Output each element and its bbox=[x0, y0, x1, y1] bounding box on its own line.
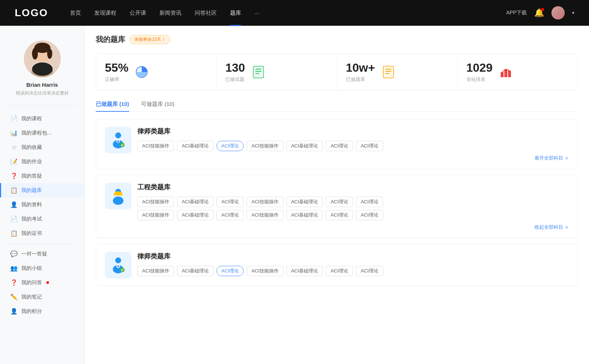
nav-qbank[interactable]: 题库 bbox=[230, 8, 241, 18]
qbank-tag-1-r2-5[interactable]: ACI理论 bbox=[326, 210, 353, 220]
qbank-tag-1-r2-0[interactable]: ACI技能操作 bbox=[137, 210, 174, 220]
qbank-header-2: 律师类题库 ACI技能操作 ACI基础理论 ACI理论 ACI技能操作 ACI基… bbox=[105, 252, 569, 278]
sidebar-item-label: 一对一答疑 bbox=[21, 251, 47, 257]
qbank-tag-1-r2-2[interactable]: ACI理论 bbox=[216, 210, 244, 220]
sidebar: Brian Harris 错误的决定比没有决定要好 📄 我的课程 📊 我的课程包… bbox=[0, 26, 85, 364]
1on1-icon: 💬 bbox=[10, 250, 18, 257]
qbank-tag-1-r2-1[interactable]: ACI基础理论 bbox=[177, 210, 214, 220]
sidebar-item-label: 我的资料 bbox=[21, 201, 42, 208]
svg-rect-13 bbox=[383, 66, 394, 78]
qbank-tag-1-3[interactable]: ACI技能操作 bbox=[247, 197, 283, 207]
sidebar-item-favorites[interactable]: ☆ 我的收藏 bbox=[0, 140, 84, 154]
qbank-tag-1-r2-6[interactable]: ACI理论 bbox=[356, 210, 383, 220]
sidebar-item-group[interactable]: 👥 我的小组 bbox=[0, 261, 84, 275]
navbar-right: APP下载 🔔 ▾ bbox=[506, 6, 574, 19]
qbank-tag-1-5[interactable]: ACI理论 bbox=[326, 197, 353, 207]
nav-discover[interactable]: 发现课程 bbox=[94, 8, 116, 18]
sidebar-item-homework[interactable]: 📝 我的作业 bbox=[0, 154, 84, 169]
qbank-tag-2-6[interactable]: ACI理论 bbox=[356, 266, 383, 276]
qbank-tag-0-0[interactable]: ACI技能操作 bbox=[137, 141, 174, 151]
qbank-icon-wrap-2 bbox=[105, 252, 131, 278]
nav-news[interactable]: 新闻资讯 bbox=[159, 8, 181, 18]
sidebar-item-exam[interactable]: 📄 我的考试 bbox=[0, 212, 84, 226]
tab-done-banks[interactable]: 已做题库 (10) bbox=[96, 101, 129, 111]
qbank-card-0: 律师类题库 ACI技能操作 ACI基础理论 ACI理论 ACI技能操作 ACI基… bbox=[96, 119, 578, 169]
sidebar-item-1on1[interactable]: 💬 一对一答疑 bbox=[0, 247, 84, 261]
nav-opencourse[interactable]: 公开课 bbox=[130, 8, 146, 18]
stat-done-banks-label: 已做题库 bbox=[346, 76, 375, 83]
coursepackage-icon: 📊 bbox=[10, 129, 18, 136]
sidebar-item-label: 我的答疑 bbox=[21, 173, 42, 179]
page-title: 我的题库 bbox=[96, 35, 125, 44]
trial-badge: 体验剩余23天！ bbox=[130, 35, 170, 44]
qbank-tag-2-5[interactable]: ACI理论 bbox=[326, 266, 353, 276]
qbank-icon: 📋 bbox=[10, 187, 18, 194]
qbank-tag-1-r2-4[interactable]: ACI基础理论 bbox=[286, 210, 323, 220]
qbank-tag-2-4[interactable]: ACI基础理论 bbox=[286, 266, 323, 276]
stat-done-banks-icon bbox=[381, 65, 396, 79]
stat-rank: 1029 全站排名 bbox=[458, 54, 578, 90]
qbank-tag-0-4[interactable]: ACI基础理论 bbox=[286, 141, 323, 151]
profile-icon: 👤 bbox=[10, 201, 18, 208]
app-download-link[interactable]: APP下载 bbox=[506, 10, 527, 16]
sidebar-menu: 📄 我的课程 📊 我的课程包... ☆ 我的收藏 📝 我的作业 ❓ 我的答疑 📋 bbox=[0, 108, 84, 321]
group-icon: 👥 bbox=[10, 265, 18, 272]
svg-point-28 bbox=[115, 257, 121, 263]
myqa-icon: ❓ bbox=[10, 279, 18, 286]
qbank-tag-2-2[interactable]: ACI理论 bbox=[216, 266, 244, 276]
sidebar-item-label: 我的收藏 bbox=[21, 144, 42, 151]
qbank-tag-1-0[interactable]: ACI技能操作 bbox=[137, 197, 174, 207]
sidebar-item-myqa[interactable]: ❓ 我的问答 bbox=[0, 275, 84, 290]
qbank-tag-0-5[interactable]: ACI理论 bbox=[326, 141, 353, 151]
qbank-body-1: 工程类题库 ACI技能操作 ACI基础理论 ACI理论 ACI技能操作 ACI基… bbox=[137, 183, 569, 231]
qbank-tag-0-2[interactable]: ACI理论 bbox=[216, 141, 244, 151]
qbank-tag-2-1[interactable]: ACI基础理论 bbox=[177, 266, 214, 276]
qbank-tag-1-4[interactable]: ACI基础理论 bbox=[286, 197, 323, 207]
sidebar-item-label: 我的证书 bbox=[21, 230, 42, 237]
qbank-tag-2-0[interactable]: ACI技能操作 bbox=[137, 266, 174, 276]
sidebar-item-label: 我的作业 bbox=[21, 158, 42, 165]
sidebar-avatar[interactable] bbox=[24, 40, 61, 77]
qbank-tag-1-1[interactable]: ACI基础理论 bbox=[177, 197, 214, 207]
qbank-tag-1-6[interactable]: ACI理论 bbox=[356, 197, 383, 207]
nav-home[interactable]: 首页 bbox=[70, 8, 81, 18]
qbank-title-0: 律师类题库 bbox=[137, 127, 569, 136]
tab-bar: 已做题库 (10) 可做题库 (10) bbox=[96, 101, 578, 112]
sidebar-item-points[interactable]: 👤 我的积分 bbox=[0, 304, 84, 318]
stat-done-questions-icon bbox=[251, 65, 266, 79]
sidebar-item-profile[interactable]: 👤 我的资料 bbox=[0, 197, 84, 212]
svg-point-26 bbox=[113, 197, 124, 205]
sidebar-item-qbank[interactable]: 📋 我的题库 bbox=[0, 183, 84, 197]
sidebar-item-label: 我的课程 bbox=[21, 115, 42, 122]
sidebar-item-mycourse[interactable]: 📄 我的课程 bbox=[0, 111, 84, 126]
sidebar-divider-2 bbox=[7, 243, 77, 244]
sidebar-item-coursepackage[interactable]: 📊 我的课程包... bbox=[0, 126, 84, 140]
qbank-tags-0: ACI技能操作 ACI基础理论 ACI理论 ACI技能操作 ACI基础理论 AC… bbox=[137, 141, 569, 151]
stat-done-questions-label: 已做试题 bbox=[225, 76, 245, 83]
avatar-dropdown-arrow[interactable]: ▾ bbox=[572, 10, 574, 15]
qbank-tag-1-r2-3[interactable]: ACI技能操作 bbox=[247, 210, 283, 220]
qbank-expand-0[interactable]: 展开全部科目 ∨ bbox=[137, 155, 569, 161]
qbank-tag-1-2[interactable]: ACI理论 bbox=[216, 197, 244, 207]
nav-qa[interactable]: 问答社区 bbox=[195, 8, 217, 18]
svg-point-5 bbox=[32, 48, 38, 60]
sidebar-username: Brian Harris bbox=[27, 82, 58, 88]
tab-available-banks[interactable]: 可做题库 (10) bbox=[141, 101, 174, 111]
notification-bell[interactable]: 🔔 bbox=[534, 8, 544, 18]
sidebar-item-qa[interactable]: ❓ 我的答疑 bbox=[0, 169, 84, 183]
qbank-tag-2-3[interactable]: ACI技能操作 bbox=[247, 266, 283, 276]
svg-rect-19 bbox=[508, 71, 511, 77]
sidebar-item-notes[interactable]: ✏️ 我的笔记 bbox=[0, 290, 84, 304]
qbank-tag-0-3[interactable]: ACI技能操作 bbox=[247, 141, 283, 151]
nav-more[interactable]: ··· bbox=[254, 8, 259, 18]
qbank-expand-1[interactable]: 收起全部科目 ∧ bbox=[137, 224, 569, 231]
svg-point-24 bbox=[120, 142, 125, 147]
favorites-icon: ☆ bbox=[10, 144, 18, 151]
exam-icon: 📄 bbox=[10, 215, 18, 222]
svg-point-32 bbox=[120, 267, 125, 272]
sidebar-item-certificate[interactable]: 📋 我的证书 bbox=[0, 226, 84, 240]
avatar[interactable] bbox=[551, 6, 565, 19]
stat-accuracy-icon bbox=[134, 65, 149, 79]
qbank-tag-0-1[interactable]: ACI基础理论 bbox=[177, 141, 214, 151]
qbank-tag-0-6[interactable]: ACI理论 bbox=[356, 141, 383, 151]
